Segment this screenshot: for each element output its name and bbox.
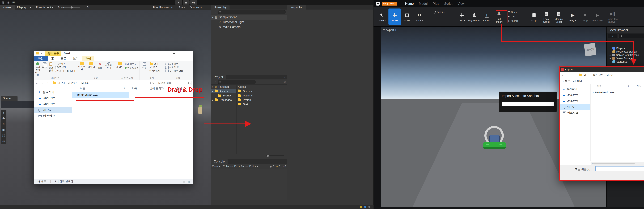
aspect-selector[interactable]: Free Aspect▾ <box>34 5 56 10</box>
project-folder-scenes[interactable]: Scenes <box>236 89 287 93</box>
forward-button[interactable]: → <box>566 73 571 78</box>
scroll-left-icon[interactable]: ◂ <box>590 162 594 165</box>
tab-view[interactable]: 보기 <box>70 56 82 61</box>
copy-button[interactable]: 복사 <box>41 62 48 69</box>
add-icon[interactable]: + <box>212 10 214 14</box>
delete-button[interactable]: ×삭제 <box>96 62 104 70</box>
add-icon[interactable]: + <box>212 80 214 84</box>
breadcrumb-music[interactable]: Music <box>82 82 88 84</box>
menu-script[interactable]: Script <box>442 0 455 7</box>
collision-toggle[interactable]: Collision <box>432 10 454 14</box>
sidebar-item-network[interactable]: 네트워크 <box>560 110 590 116</box>
gizmos-selector[interactable]: Gizmos▾ <box>188 5 204 10</box>
group-button[interactable]: Group▾ <box>507 10 526 14</box>
breadcrumb-downloads[interactable]: 다운로드 <box>68 81 78 85</box>
tab-hierarchy[interactable]: Hierarchy <box>211 5 230 10</box>
chevron-right-icon[interactable]: ▸ <box>212 85 214 88</box>
level-browser-header[interactable]: Level Browser <box>606 27 644 33</box>
menu-home[interactable]: Home <box>402 0 416 7</box>
tab-share[interactable]: 공유 <box>57 56 70 61</box>
column-title[interactable]: 제목 <box>637 84 642 88</box>
anchor-button[interactable]: ⚓Anchor <box>507 19 526 23</box>
back-button[interactable]: ← <box>561 73 565 78</box>
list-view-icon[interactable]: ▤ <box>183 180 185 183</box>
eye-icon[interactable]: ◉ <box>7 1 10 4</box>
up-button[interactable]: ↑ <box>572 73 576 78</box>
invert-selection-button[interactable]: 선택 영역 반전 <box>165 69 184 72</box>
team-test-button[interactable]: ▶Team Test <box>591 7 604 26</box>
sidebar-item-this-pc[interactable]: 내 PC <box>560 104 590 110</box>
script-button[interactable]: Script <box>528 7 540 26</box>
select-tool-button[interactable]: Select <box>376 7 388 26</box>
explorer-search[interactable]: Music 검색 <box>157 81 192 85</box>
breadcrumb-music[interactable]: Music <box>606 74 613 76</box>
paste-shortcut-button[interactable]: 바로 가기 붙여넣기 <box>54 69 76 72</box>
mail-icon[interactable]: ✉ <box>12 1 15 4</box>
quick-access-toolbar-icon[interactable]: ▾ <box>40 52 42 55</box>
status-bell-icon[interactable] <box>368 206 370 208</box>
pause-button[interactable]: ▮▮ <box>183 0 190 5</box>
close-button[interactable]: × <box>185 51 193 56</box>
address-breadcrumb[interactable]: 내 PC › 다운로드 › Music ▾ ↻ <box>577 73 644 77</box>
tree-item-startergui[interactable]: StarterGui <box>606 60 644 63</box>
scale-slider-knob[interactable] <box>70 6 73 8</box>
bulk-import-button[interactable]: ⇊Bulk Import <box>493 7 505 26</box>
chevron-down-icon[interactable]: ▾ <box>212 16 214 19</box>
local-script-button[interactable]: Local Script <box>540 7 552 26</box>
tools-more-button[interactable]: ⋮ <box>426 7 430 26</box>
more-icon[interactable]: ⋮ <box>282 77 287 80</box>
paste-button[interactable]: 붙여넣기 <box>48 62 54 72</box>
level-browser-search[interactable] <box>618 34 644 38</box>
scale-tool-icon[interactable]: ▣ <box>1 127 6 133</box>
tab-console[interactable]: Console <box>211 159 228 164</box>
rotate-tool-icon[interactable]: ↻ <box>1 121 6 127</box>
play-button[interactable]: ▶Play▾ <box>566 7 579 26</box>
open-button[interactable]: 열기 <box>149 62 160 66</box>
add-button[interactable]: Add▾ <box>456 7 468 26</box>
tree-item-players[interactable]: Players <box>606 46 644 50</box>
team-test-server-button[interactable]: ▶▮Team Test (Server) <box>604 7 622 26</box>
status-cloud-icon[interactable] <box>364 206 366 208</box>
info-count[interactable]: ◉0 <box>270 165 274 168</box>
error-count[interactable]: ⊗0 <box>282 165 286 168</box>
play-focused-selector[interactable]: Play Focused▾ <box>151 5 175 10</box>
sidebar-item-quick-access[interactable]: ★즐겨찾기 <box>560 86 590 92</box>
stop-button[interactable]: ■Stop <box>579 7 591 26</box>
tab-project[interactable]: Project <box>211 75 226 80</box>
chevron-down-icon[interactable]: ▾ <box>150 82 151 84</box>
console-errorpause-button[interactable]: Error Pause <box>234 165 248 168</box>
project-folder-test[interactable]: Test <box>236 102 287 106</box>
copy-path-button[interactable]: 경로 복사 <box>54 66 76 69</box>
project-tree-scenes[interactable]: Scenes <box>211 93 236 98</box>
chevron-right-icon[interactable]: ▸ <box>610 57 611 60</box>
project-search[interactable] <box>218 80 256 84</box>
scale-tool-button[interactable]: Scale <box>401 7 413 26</box>
tab-game[interactable]: Game <box>0 5 15 10</box>
spawn-base[interactable] <box>483 142 506 148</box>
copy-to-button[interactable]: 복사 위치 <box>87 62 96 71</box>
sidebar-item-onedrive-1[interactable]: ☁OneDrive <box>560 92 590 98</box>
move-to-button[interactable]: 이동 위치 <box>77 62 86 71</box>
file-row-battlemusic[interactable]: ♪ BattleMusic.wav <box>72 92 129 98</box>
organize-button[interactable]: 구성▾ <box>562 79 570 83</box>
hierarchy-item-light[interactable]: ☀ Directional Light <box>211 20 287 24</box>
column-name[interactable]: 이름 <box>597 84 602 88</box>
easy-access-button[interactable]: 빠른 연결▾ <box>124 66 138 70</box>
address-breadcrumb[interactable]: 내 PC › 다운로드 › Music ▾ ↻ <box>51 81 156 85</box>
menu-view[interactable]: View <box>455 0 467 7</box>
horizontal-scrollbar[interactable]: ◂ ▸ <box>590 162 644 165</box>
lock-button[interactable]: Lock <box>507 15 526 18</box>
thumbnail-view-icon[interactable]: ▦ <box>188 180 190 183</box>
project-tree-packages[interactable]: ▸ Packages <box>211 98 236 102</box>
sidebar-item-onedrive-1[interactable]: ☁OneDrive <box>34 95 72 101</box>
new-folder-button[interactable]: 새 폴더 <box>116 62 124 68</box>
filter-dropdown[interactable]: ▾ <box>608 34 617 38</box>
move-tool-icon[interactable]: ✚ <box>1 116 6 121</box>
status-warning-icon[interactable] <box>360 206 362 208</box>
back-button[interactable]: ← <box>35 81 39 85</box>
column-title[interactable]: 제목 <box>132 86 137 90</box>
hierarchy-search[interactable] <box>218 10 286 14</box>
tab-scene[interactable]: Scene <box>1 96 18 100</box>
new-folder-button[interactable]: 새 폴더 <box>573 79 582 83</box>
console-editor-button[interactable]: Editor▾ <box>249 165 258 168</box>
